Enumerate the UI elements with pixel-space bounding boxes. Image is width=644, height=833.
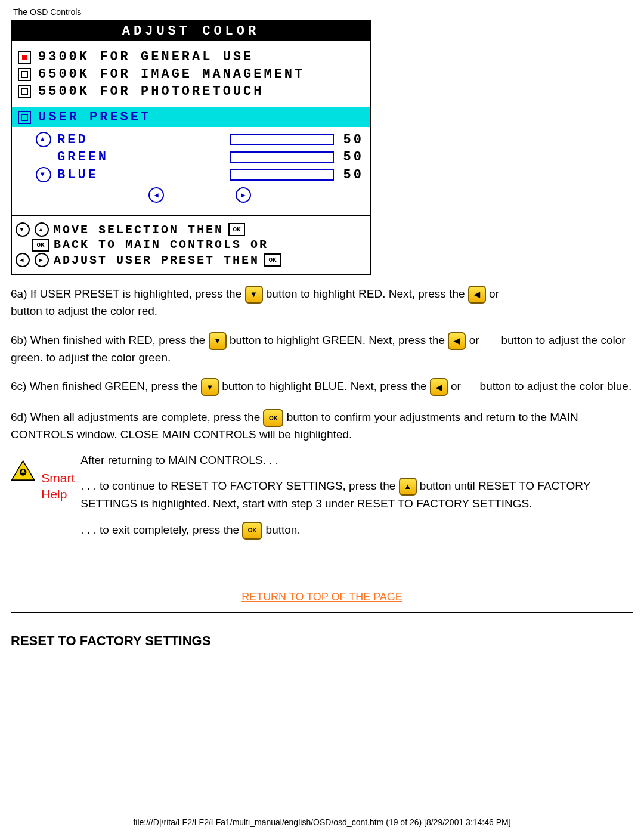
osd-panel: ADJUST COLOR 9300K FOR GENERAL USE 6500K…	[11, 20, 371, 275]
radio-selected-icon	[18, 51, 31, 64]
smart-help-label: Smart Help	[41, 452, 75, 503]
footer-text: MOVE SELECTION THEN	[54, 223, 224, 237]
smart-help-block: Smart Help After returning to MAIN CONTR…	[11, 452, 633, 549]
option-label: 5500K FOR PHOTORETOUCH	[38, 84, 264, 99]
down-arrow-icon: ▼	[36, 167, 51, 182]
option-label: 6500K FOR IMAGE MANAGEMENT	[38, 67, 305, 82]
ok-button-icon: OK	[263, 409, 283, 427]
osd-option-5500k[interactable]: 5500K FOR PHOTORETOUCH	[18, 83, 364, 100]
up-button-icon: ▲	[399, 478, 417, 496]
radio-unselected-icon	[18, 111, 31, 124]
left-arrow-icon[interactable]: ◀	[148, 187, 164, 203]
instruction-6c: 6c) When finished GREEN, press the ▼ but…	[11, 378, 633, 396]
color-label: GREEN	[57, 150, 109, 165]
warning-triangle-icon	[11, 452, 35, 489]
color-row-blue: ▼ BLUE 50	[36, 166, 364, 184]
section-heading-reset: RESET TO FACTORY SETTINGS	[11, 633, 633, 649]
color-label: BLUE	[57, 168, 98, 182]
left-button-icon: ◀	[430, 378, 448, 396]
ok-icon: OK	[32, 239, 49, 252]
ok-button-icon: OK	[242, 522, 262, 540]
ok-icon: OK	[264, 253, 281, 267]
return-to-top-anchor[interactable]: RETURN TO TOP OF THE PAGE	[242, 591, 402, 603]
radio-unselected-icon	[18, 85, 31, 98]
color-value: 50	[340, 150, 364, 165]
osd-option-6500k[interactable]: 6500K FOR IMAGE MANAGEMENT	[18, 66, 364, 83]
up-arrow-icon: ▲	[36, 132, 51, 147]
instruction-6b: 6b) When finished with RED, press the ▼ …	[11, 332, 633, 366]
down-arrow-icon: ▼	[16, 222, 30, 237]
return-to-top-link[interactable]: RETURN TO TOP OF THE PAGE	[11, 591, 633, 603]
up-arrow-icon: ▲	[35, 222, 49, 237]
left-arrow-icon: ◀	[16, 253, 30, 267]
color-value: 50	[340, 168, 364, 182]
osd-option-user-preset[interactable]: USER PRESET	[12, 107, 370, 127]
color-row-green: GREEN 50	[36, 148, 364, 166]
left-button-icon: ◀	[448, 332, 466, 350]
right-arrow-icon[interactable]: ▶	[236, 187, 251, 203]
footer-text: BACK TO MAIN CONTROLS OR	[54, 238, 268, 252]
horizontal-rule	[11, 612, 633, 613]
slider-bar[interactable]	[230, 134, 334, 145]
footer-file-path: file:///D|/rita/LF2/LF2/LFa1/multi_manua…	[0, 817, 644, 827]
slider-bar[interactable]	[230, 169, 334, 181]
osd-option-9300k[interactable]: 9300K FOR GENERAL USE	[18, 48, 364, 66]
instruction-6a: 6a) If USER PRESET is highlighted, press…	[11, 286, 633, 319]
color-row-red: ▲ RED 50	[36, 131, 364, 148]
radio-unselected-icon	[18, 68, 31, 81]
left-button-icon: ◀	[468, 286, 486, 304]
footer-text: ADJUST USER PRESET THEN	[54, 253, 259, 267]
option-label: 9300K FOR GENERAL USE	[38, 49, 253, 64]
right-arrow-icon: ▶	[35, 253, 49, 267]
user-preset-colors: ▲ RED 50 GREEN 50 ▼ BLUE 50 ◀ ▶	[12, 127, 370, 215]
osd-footer-instructions: ▼ ▲ MOVE SELECTION THEN OK OK BACK TO MA…	[12, 216, 370, 274]
ok-icon: OK	[228, 223, 245, 236]
down-button-icon: ▼	[201, 378, 219, 396]
instruction-6d: 6d) When all adjustments are complete, p…	[11, 409, 633, 442]
page-title: The OSD Controls	[13, 7, 633, 17]
osd-preset-options: 9300K FOR GENERAL USE 6500K FOR IMAGE MA…	[12, 41, 370, 107]
osd-title: ADJUST COLOR	[12, 21, 370, 41]
down-button-icon: ▼	[245, 286, 263, 304]
user-preset-label: USER PRESET	[38, 110, 151, 125]
left-right-arrows: ◀ ▶	[36, 184, 364, 209]
smart-help-text: After returning to MAIN CONTROLS. . . . …	[80, 452, 633, 549]
color-value: 50	[340, 132, 364, 147]
color-label: RED	[57, 132, 88, 147]
instructions: 6a) If USER PRESET is highlighted, press…	[11, 286, 633, 442]
down-button-icon: ▼	[209, 332, 227, 350]
slider-bar[interactable]	[230, 151, 334, 163]
